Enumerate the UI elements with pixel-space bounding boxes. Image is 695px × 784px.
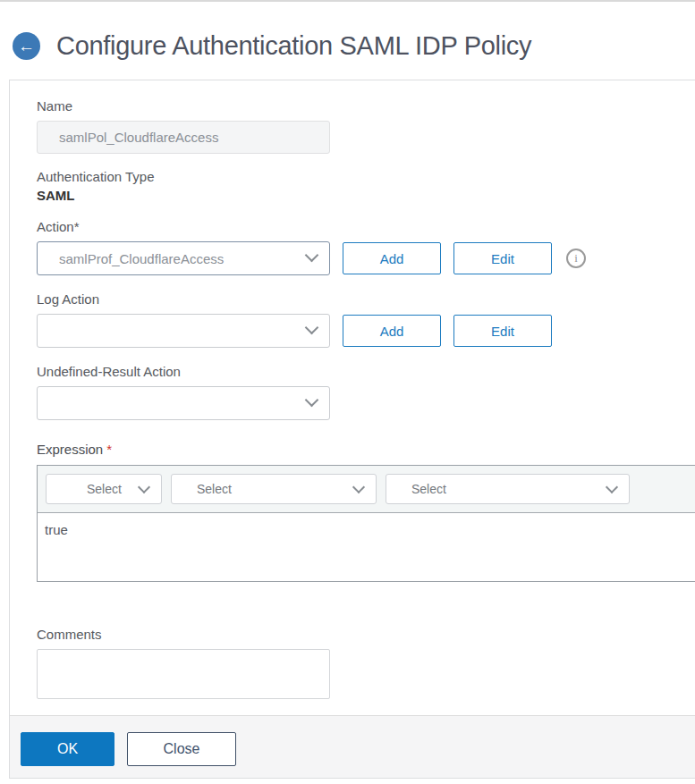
action-select[interactable]: samlProf_CloudflareAccess [37,241,330,275]
expression-label-row: Expression* [37,442,695,457]
comments-label: Comments [37,627,695,642]
chevron-down-icon [305,249,319,263]
undefined-result-action-label: Undefined-Result Action [37,364,695,379]
action-row: samlProf_CloudflareAccess Add Edit i [37,241,695,275]
action-edit-button[interactable]: Edit [453,242,552,274]
chevron-down-icon [352,480,365,493]
log-action-label: Log Action [37,291,695,307]
ok-button[interactable]: OK [21,732,114,766]
log-action-edit-button[interactable]: Edit [453,315,552,347]
chevron-down-icon [606,480,618,493]
expression-label: Expression [37,442,103,457]
expression-select-3-value: Select [411,482,446,496]
action-label: Action* [37,219,695,234]
comments-textarea[interactable] [37,649,330,699]
back-arrow-icon: ← [18,38,35,55]
form-body: Name Authentication Type SAML Action* sa… [10,80,695,699]
name-input[interactable] [37,121,330,154]
log-action-add-button[interactable]: Add [343,315,441,347]
info-icon-glyph: i [574,251,578,266]
expression-select-3[interactable]: Select [386,474,630,504]
expression-select-2-value: Select [197,482,232,496]
authentication-type-value: SAML [37,188,695,203]
form-panel: Name Authentication Type SAML Action* sa… [9,80,695,779]
name-label: Name [37,98,695,114]
expression-editor: Select Select Select true [37,465,695,582]
chevron-down-icon [305,321,319,335]
chevron-down-icon [305,393,319,408]
required-asterisk: * [106,442,112,457]
undefined-result-action-select[interactable] [37,386,330,420]
log-action-select[interactable] [37,314,330,348]
expression-textarea[interactable]: true [38,513,695,581]
log-action-row: Add Edit [37,314,695,348]
close-button[interactable]: Close [127,732,236,766]
authentication-type-label: Authentication Type [37,169,695,184]
form-footer: OK Close [10,715,695,778]
chevron-down-icon [138,480,150,493]
action-select-value: samlProf_CloudflareAccess [59,251,307,266]
expression-toolbar: Select Select Select [38,466,695,513]
expression-select-1[interactable]: Select [46,474,162,504]
expression-select-1-value: Select [87,482,122,496]
info-icon[interactable]: i [566,249,586,268]
page-title: Configure Authentication SAML IDP Policy [56,31,531,61]
expression-select-2[interactable]: Select [171,474,377,504]
back-button[interactable]: ← [13,32,40,60]
action-add-button[interactable]: Add [343,242,441,274]
page-header: ← Configure Authentication SAML IDP Poli… [0,2,695,66]
